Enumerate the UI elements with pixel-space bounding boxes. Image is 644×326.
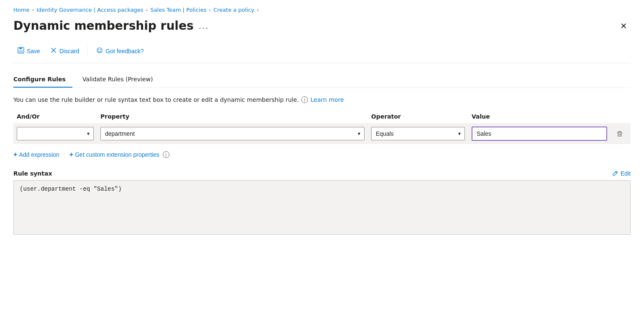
get-custom-plus-icon: + (69, 151, 73, 158)
action-links: + Add expression + Get custom extension … (13, 151, 631, 158)
save-button[interactable]: Save (13, 44, 44, 58)
svg-point-7 (98, 49, 99, 50)
save-label: Save (27, 48, 40, 54)
add-expression-label: Add expression (19, 151, 59, 158)
andor-cell: And Or ▾ (13, 127, 97, 140)
more-options-button[interactable]: ... (199, 21, 209, 31)
close-button[interactable]: ✕ (617, 19, 631, 33)
header-andor: And/Or (13, 113, 97, 120)
svg-line-13 (616, 172, 617, 173)
table-row: And Or ▾ department city country display… (13, 123, 631, 144)
property-select-wrapper: department city country displayName jobT… (100, 127, 364, 140)
feedback-icon (96, 47, 103, 55)
discard-button[interactable]: Discard (46, 44, 83, 58)
value-input[interactable] (472, 127, 607, 141)
title-row: Dynamic membership rules ... ✕ (13, 19, 631, 33)
svg-rect-2 (19, 50, 23, 53)
operator-select[interactable]: Equals Not Equals Contains Not Contains … (371, 127, 465, 140)
discard-icon (50, 47, 57, 55)
property-select[interactable]: department city country displayName jobT… (100, 127, 364, 140)
breadcrumb-sep-3: › (209, 7, 211, 13)
value-cell (468, 127, 611, 141)
delete-cell (611, 128, 631, 140)
feedback-button[interactable]: Got feedback? (92, 44, 148, 58)
header-operator: Operator (368, 113, 468, 120)
tab-validate-rules[interactable]: Validate Rules (Preview) (82, 72, 160, 88)
svg-rect-3 (20, 48, 21, 49)
toolbar: Save Discard Got feedback? (13, 41, 631, 63)
edit-syntax-button[interactable]: Edit (612, 170, 631, 177)
edit-label: Edit (621, 170, 631, 177)
breadcrumb-create-policy[interactable]: Create a policy (213, 7, 254, 13)
property-cell: department city country displayName jobT… (97, 127, 368, 140)
edit-icon (612, 171, 618, 176)
svg-point-6 (97, 48, 102, 53)
info-icon: i (301, 96, 308, 103)
add-expression-button[interactable]: + Add expression (13, 151, 59, 158)
get-custom-label: Get custom extension properties (75, 151, 159, 158)
breadcrumb: Home › Identity Governance | Access pack… (13, 7, 631, 13)
andor-select-wrapper: And Or ▾ (17, 127, 94, 140)
get-custom-info-icon: i (163, 151, 169, 158)
tabs-container: Configure Rules Validate Rules (Preview) (13, 72, 631, 88)
breadcrumb-sep-1: › (32, 7, 34, 13)
header-actions (611, 113, 631, 120)
learn-more-link[interactable]: Learn more (310, 96, 344, 103)
page-container: Home › Identity Governance | Access pack… (0, 0, 644, 326)
operator-select-wrapper: Equals Not Equals Contains Not Contains … (371, 127, 465, 140)
svg-point-8 (100, 49, 101, 50)
breadcrumb-sep-4: › (257, 7, 259, 13)
svg-rect-10 (618, 131, 621, 132)
discard-label: Discard (59, 48, 79, 54)
get-custom-extension-button[interactable]: + Get custom extension properties i (69, 151, 169, 158)
add-expression-plus-icon: + (13, 151, 17, 158)
rule-table-header: And/Or Property Operator Value (13, 113, 631, 123)
breadcrumb-identity-governance[interactable]: Identity Governance | Access packages (36, 7, 143, 13)
header-property: Property (97, 113, 368, 120)
svg-rect-9 (617, 132, 622, 132)
andor-select[interactable]: And Or (17, 127, 94, 140)
header-value: Value (468, 113, 611, 120)
delete-icon (616, 130, 623, 137)
breadcrumb-sales-team[interactable]: Sales Team | Policies (150, 7, 206, 13)
rule-table: And/Or Property Operator Value And Or ▾ (13, 113, 631, 144)
breadcrumb-home[interactable]: Home (13, 7, 29, 13)
syntax-section: Rule syntax Edit (user.department -eq "S… (13, 170, 631, 236)
info-description: You can use the rule builder or rule syn… (13, 96, 299, 103)
feedback-label: Got feedback? (105, 48, 144, 54)
syntax-textarea[interactable]: (user.department -eq "Sales") (13, 180, 631, 235)
info-text: You can use the rule builder or rule syn… (13, 96, 631, 103)
page-title: Dynamic membership rules (13, 19, 194, 33)
operator-cell: Equals Not Equals Contains Not Contains … (368, 127, 468, 140)
delete-row-button[interactable] (614, 128, 626, 140)
tab-configure-rules[interactable]: Configure Rules (13, 72, 72, 88)
syntax-header: Rule syntax Edit (13, 170, 631, 177)
breadcrumb-sep-2: › (146, 7, 148, 13)
save-icon (18, 47, 24, 55)
toolbar-divider (87, 46, 88, 56)
syntax-title: Rule syntax (13, 170, 52, 177)
